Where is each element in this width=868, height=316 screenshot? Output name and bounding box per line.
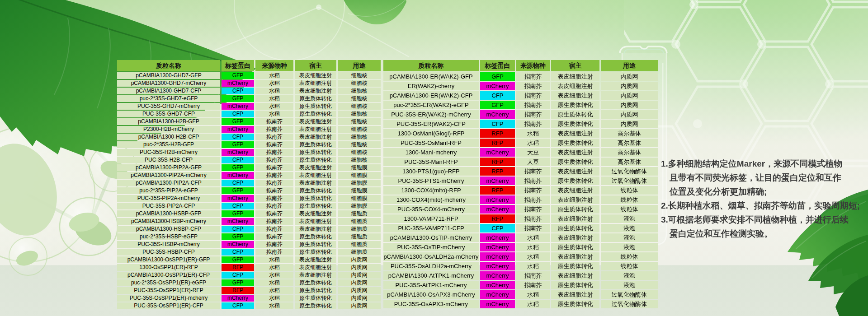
tag-protein-cell: CFP (222, 111, 254, 117)
host-cell: 表皮细胞注射 (295, 164, 336, 171)
plasmid-name-cell: puc-2*35S-HSBP-eGFP (117, 233, 220, 240)
plasmid-table-left: 质粒名称标签蛋白来源物种宿主用途 pCAMBIA1300-GHD7-GFPGFP… (116, 59, 382, 310)
plasmid-name-cell: ER(WAK2)-cherry (383, 82, 479, 90)
usage-cell: 内质网 (338, 295, 381, 302)
usage-cell: 细胞质 (338, 218, 381, 225)
plasmid-name-cell: PUC-35S-OsAPX3-mCherry (383, 300, 479, 308)
host-cell: 原生质体转化 (551, 262, 599, 270)
plasmid-name-cell: PUC-35S-ManI-RFP (383, 158, 479, 166)
usage-cell: 过氧化物酶体 (601, 167, 658, 176)
table-body: pCAMBIA1300-ER(WAK2)-GFPGFP拟南芥表皮细胞注射内质网E… (383, 72, 658, 308)
source-species-cell: 拟南芥 (516, 224, 550, 232)
plasmid-name-cell: 1300-COX4(mito)-mcherry (383, 195, 479, 204)
plasmid-name-cell: PUC-35S-HSBP-mCherry (117, 241, 220, 248)
plasmid-name-cell: PUC-35S-H2B-mCherry (117, 149, 220, 156)
table-row: PUC-35S-H2B-mCherrymCherry拟南芥原生质体转化细胞核 (117, 149, 381, 156)
source-species-cell: 拟南芥 (255, 195, 293, 202)
source-species-cell: 拟南芥 (255, 164, 293, 171)
host-cell: 原生质体转化 (295, 241, 336, 248)
header-row: 质粒名称标签蛋白来源物种宿主用途 (117, 60, 381, 71)
table-row: puc-2*35S-ER(WAK2)-eGFPGFP拟南芥原生质体转化内质网 (383, 101, 658, 109)
tag-protein-cell: mCherry (222, 218, 254, 225)
benefit-notes: 1.多种细胞结构定位Marker，来源不同模式植物且带有不同荧光标签，让目的蛋白… (661, 157, 868, 241)
source-species-cell: 水稻 (255, 88, 293, 94)
host-cell: 原生质体转化 (551, 158, 599, 166)
source-species-cell: 大豆 (516, 148, 550, 157)
source-species-cell: 大豆 (516, 158, 550, 166)
tag-protein-cell: mCherry (222, 295, 254, 302)
host-cell: 表皮细胞注射 (551, 214, 599, 223)
host-cell: 原生质体转化 (551, 139, 599, 147)
table-row: 1300-PTS1(guo)-RFPRFP拟南芥表皮细胞注射过氧化物酶体 (383, 167, 658, 176)
usage-cell: 过氧化物酶体 (601, 290, 658, 299)
usage-cell: 液泡 (601, 271, 658, 280)
table-row: pCAMBIA1300-OsSPP1(ER)-GFPGFP水稻表皮细胞注射内质网 (117, 256, 381, 263)
table-row: 1300-ManI-mcherrymCherry大豆表皮细胞注射高尔基体 (383, 148, 658, 157)
table-row: PUC-35S-H2B-CFPCFP拟南芥原生质体转化细胞核 (117, 157, 381, 163)
table-row: PUC-35S-ManI-RFPRFP大豆原生质体转化高尔基体 (383, 158, 658, 166)
table-row: PUC-35S-GHD7-CFPCFP水稻原生质体转化细胞核 (117, 111, 381, 117)
tag-protein-cell: CFP (222, 226, 254, 232)
plasmid-name-cell: puc-2*35S-ER(WAK2)-eGFP (383, 101, 479, 109)
source-species-cell: 拟南芥 (255, 141, 293, 148)
table-row: pCAMBIA1300-OsTIP-mCherrymCherry水稻表皮细胞注射… (383, 233, 658, 242)
usage-cell: 细胞核 (338, 118, 381, 125)
benefit-note-line: 蛋白定位和互作检测实验。 (661, 227, 868, 241)
plasmid-name-cell: pCAMBIA1300-ER(WAK2)-GFP (383, 72, 479, 81)
table-row: pCAMBIA1300-HSBP-CFPCFP拟南芥表皮细胞注射细胞质 (117, 226, 381, 232)
tag-protein-cell: mCherry (222, 80, 254, 87)
host-cell: 表皮细胞注射 (295, 272, 336, 279)
host-cell: 原生质体转化 (295, 249, 336, 256)
source-species-cell: 拟南芥 (255, 203, 293, 209)
source-species-cell: 水稻 (516, 233, 550, 242)
host-cell: 原生质体转化 (295, 279, 336, 286)
column-header: 质粒名称 (117, 60, 220, 71)
host-cell: 原生质体转化 (551, 120, 599, 128)
plasmid-name-cell: 1300-OsSPP1(ER)-RFP (117, 264, 220, 271)
source-species-cell: 水稻 (255, 111, 293, 117)
plasmid-name-cell: PUC-35S-OsSPP1(ER)-mcherry (117, 295, 220, 302)
usage-cell: 内质网 (338, 302, 381, 309)
source-species-cell: 拟南芥 (516, 186, 550, 195)
source-species-cell: 拟南芥 (516, 167, 550, 176)
source-species-cell: 拟南芥 (255, 180, 293, 186)
usage-cell: 细胞核 (338, 95, 381, 102)
host-cell: 表皮细胞注射 (551, 233, 599, 242)
host-cell: 表皮细胞注射 (295, 180, 336, 186)
table-row: PUC-35S-AtTPK1-mCherrymCherry拟南芥原生质体转化液泡 (383, 281, 658, 289)
tag-protein-cell: GFP (222, 141, 254, 148)
table-header: 质粒名称标签蛋白来源物种宿主用途 (117, 60, 381, 71)
benefit-note-line: 位置及变化分析更加精确; (661, 185, 868, 199)
source-species-cell: 水稻 (255, 103, 293, 110)
table-row: puc-2*35S-PIP2A-eGFPGFP拟南芥原生质体转化细胞膜 (117, 187, 381, 194)
host-cell: 表皮细胞注射 (551, 290, 599, 299)
host-cell: 原生质体转化 (551, 205, 599, 214)
host-cell: 原生质体转化 (295, 203, 336, 209)
host-cell: 表皮细胞注射 (551, 252, 599, 261)
table-row: PUC-35S-OsALDH2a-mCherrymCherry水稻原生质体转化线… (383, 262, 658, 270)
plasmid-name-cell: PUC-35S-GHD7-CFP (117, 111, 220, 117)
tag-protein-cell: CFP (480, 91, 515, 100)
plasmid-name-cell: PUC-35S-PIP2A-mCherry (117, 195, 220, 202)
host-cell: 原生质体转化 (551, 110, 599, 119)
source-species-cell: 拟南芥 (255, 126, 293, 133)
usage-cell: 细胞核 (338, 157, 381, 163)
host-cell: 表皮细胞注射 (295, 264, 336, 271)
tag-protein-cell: RFP (480, 167, 515, 176)
benefit-note-line: 2.长期种植水稻、烟草、拟南芥等幼苗，实验周期短; (661, 199, 868, 213)
table-row: PUC-35S-COX4-mCherrymCherry拟南芥原生质体转化线粒体 (383, 205, 658, 214)
host-cell: 表皮细胞注射 (551, 72, 599, 81)
table-row: PUC-35S-OsSPP1(ER)-RFPRFP水稻原生质体转化内质网 (117, 287, 381, 294)
table-row: ER(WAK2)-cherrymCherry拟南芥表皮细胞注射内质网 (383, 82, 658, 90)
usage-cell: 细胞质 (338, 249, 381, 256)
usage-cell: 线粒体 (601, 252, 658, 261)
host-cell: 表皮细胞注射 (295, 80, 336, 87)
source-species-cell: 水稻 (516, 252, 550, 261)
usage-cell: 内质网 (601, 72, 658, 81)
source-species-cell: 拟南芥 (516, 82, 550, 90)
plasmid-name-cell: pCAMBIA1300-OsAPX3-mCherry (383, 290, 479, 299)
tag-protein-cell: GFP (222, 164, 254, 171)
host-cell: 原生质体转化 (295, 149, 336, 156)
host-cell: 原生质体转化 (295, 233, 336, 240)
host-cell: 原生质体转化 (295, 103, 336, 110)
